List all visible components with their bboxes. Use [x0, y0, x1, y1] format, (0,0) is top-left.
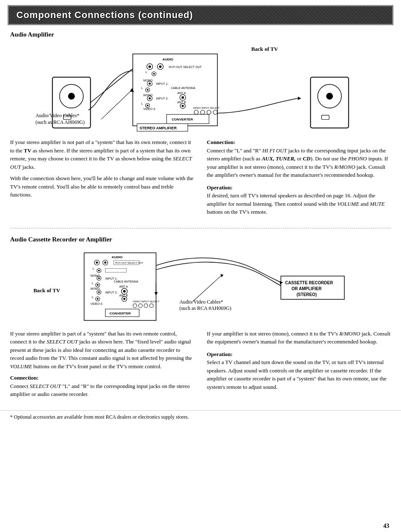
section-audio-amplifier: Audio Amplifier Back of TV AUDIO HI-FI O…	[0, 25, 401, 225]
svg-point-87	[97, 298, 98, 299]
page-container: Component Connections (continued) Audio …	[0, 5, 401, 532]
svg-text:L: L	[92, 267, 94, 270]
section2-connection: Connection: Connect SELECT OUT "L" and "…	[10, 374, 194, 398]
svg-text:(such as RCA AH069G): (such as RCA AH069G)	[35, 119, 84, 125]
svg-point-28	[147, 105, 148, 106]
section2-right-col: If your amplifier is not stereo (mono), …	[207, 330, 391, 402]
section2-text: If your stereo amplifier is part of a "s…	[10, 330, 391, 406]
diagram2-svg: Back of TV AUDIO HI-FI OUT SELECT OUT L …	[10, 246, 391, 325]
section2-left-col: If your stereo amplifier is part of a "s…	[10, 330, 194, 402]
section1-connection: Connection: Connect the "L" and "R" HI F…	[207, 138, 391, 179]
svg-marker-103	[280, 281, 283, 284]
page-number: 43	[383, 523, 389, 529]
svg-text:Audio/Video Cables*: Audio/Video Cables*	[35, 113, 79, 118]
svg-rect-69	[106, 268, 127, 272]
svg-point-61	[96, 261, 98, 263]
header-subtitle: (continued)	[138, 10, 193, 20]
svg-text:CABLE ANTENNA: CABLE ANTENNA	[114, 280, 139, 283]
svg-text:HI-FI OUT SELECT OUT: HI-FI OUT SELECT OUT	[115, 262, 143, 264]
svg-text:L: L	[141, 86, 143, 89]
svg-point-92	[133, 304, 137, 307]
svg-point-24	[149, 97, 151, 100]
header-banner: Component Connections (continued)	[8, 5, 393, 25]
svg-point-21	[182, 96, 184, 99]
section-cassette: Audio Cassette Recorder or Amplifier Bac…	[0, 232, 401, 406]
svg-point-83	[98, 291, 100, 293]
svg-line-55	[101, 90, 132, 119]
svg-text:CONVERTER: CONVERTER	[110, 312, 131, 315]
svg-text:INPUT 1-: INPUT 1-	[156, 82, 169, 85]
svg-point-63	[104, 261, 106, 263]
svg-point-13	[149, 82, 151, 84]
section1-diagram: Back of TV AUDIO HI-FI OUT SELECT OUT L …	[10, 42, 391, 134]
svg-marker-56	[130, 88, 134, 92]
section2-connection-heading: Connection:	[10, 375, 39, 381]
svg-text:HI-FI OUT  SELECT OUT: HI-FI OUT SELECT OUT	[169, 66, 202, 68]
svg-text:AUDIO: AUDIO	[112, 255, 123, 259]
connection-heading: Connection:	[207, 139, 235, 145]
svg-text:L: L	[92, 295, 93, 298]
svg-text:INPUT 2-: INPUT 2-	[106, 291, 118, 294]
section2-operation-heading: Operation:	[207, 351, 232, 357]
footer-note: * Optional accessories are available fro…	[0, 410, 401, 424]
svg-point-34	[200, 110, 205, 114]
svg-point-36	[213, 110, 217, 114]
section2-right-p1: If your amplifier is not stereo (mono), …	[207, 330, 391, 346]
svg-point-44	[68, 93, 75, 100]
svg-point-35	[207, 110, 211, 114]
svg-text:MONO: MONO	[90, 274, 100, 277]
section1-text: If your stereo amplifier is not part of …	[10, 138, 391, 225]
section2-operation: Operation: Select a TV channel and turn …	[207, 350, 391, 391]
svg-text:CASSETTE RECORDER: CASSETTE RECORDER	[285, 280, 333, 285]
svg-marker-105	[154, 292, 158, 295]
svg-text:ANT A: ANT A	[177, 92, 186, 94]
section1-operation: Operation: If desired, turn off TV's int…	[207, 183, 391, 216]
section1-left-col: If your stereo amplifier is not part of …	[10, 138, 194, 220]
svg-point-80	[123, 290, 126, 292]
svg-text:(such as RCA #AH069G): (such as RCA #AH069G)	[179, 305, 232, 311]
footer-text: * Optional accessories are available fro…	[10, 414, 189, 420]
svg-text:VIDEO S: VIDEO S	[143, 107, 156, 110]
svg-point-94	[144, 304, 148, 307]
svg-point-6	[159, 66, 161, 68]
section1-left-p1: If your stereo amplifier is not part of …	[10, 138, 194, 171]
svg-text:VIDEO  INPUT  SELECT: VIDEO INPUT SELECT	[133, 300, 160, 302]
svg-text:CONVERTER: CONVERTER	[172, 118, 193, 121]
svg-text:Back of TV: Back of TV	[33, 287, 60, 293]
svg-point-31	[182, 105, 184, 107]
svg-text:L: L	[145, 71, 147, 73]
svg-text:VIDEO  INPUT  SELECT: VIDEO INPUT SELECT	[193, 107, 220, 109]
svg-point-10	[153, 73, 155, 75]
svg-text:L: L	[141, 102, 143, 105]
svg-text:VIDEO S: VIDEO S	[90, 302, 103, 305]
section2-title: Audio Cassette Recorder or Amplifier	[10, 236, 391, 243]
svg-point-17	[147, 89, 148, 91]
svg-text:CABLE ANTENNA: CABLE ANTENNA	[171, 86, 196, 89]
svg-rect-49	[322, 115, 329, 119]
section1-right-col: Connection: Connect the "L" and "R" HI F…	[207, 138, 391, 220]
svg-text:(STEREO): (STEREO)	[296, 292, 317, 296]
svg-text:MONO: MONO	[90, 287, 100, 290]
svg-text:AUDIO: AUDIO	[162, 58, 173, 61]
svg-rect-46	[311, 77, 349, 128]
svg-point-76	[97, 284, 98, 286]
section1-left-p2: With the connection shown here, you'll b…	[10, 174, 194, 199]
svg-point-4	[148, 66, 151, 68]
operation-heading: Operation:	[207, 184, 232, 191]
svg-line-108	[193, 275, 222, 301]
svg-text:Back of TV: Back of TV	[251, 46, 278, 52]
header-title: Component Connections	[16, 10, 135, 20]
svg-marker-109	[220, 274, 223, 277]
diagram1-svg: Back of TV AUDIO HI-FI OUT SELECT OUT L …	[10, 42, 391, 134]
svg-text:INPUT 2-: INPUT 2-	[156, 97, 169, 100]
svg-point-93	[139, 304, 142, 307]
svg-text:Audio/Video Cables*: Audio/Video Cables*	[179, 299, 223, 304]
section2-left-p1: If your stereo amplifier is part of a "s…	[10, 330, 194, 371]
svg-text:L: L	[92, 281, 93, 284]
section2-diagram: Back of TV AUDIO HI-FI OUT SELECT OUT L …	[10, 246, 391, 326]
section-divider	[10, 228, 391, 228]
svg-line-50	[90, 69, 133, 103]
svg-point-95	[150, 304, 153, 307]
svg-point-48	[326, 93, 333, 100]
svg-text:OR AMPLIFIER: OR AMPLIFIER	[291, 286, 322, 291]
